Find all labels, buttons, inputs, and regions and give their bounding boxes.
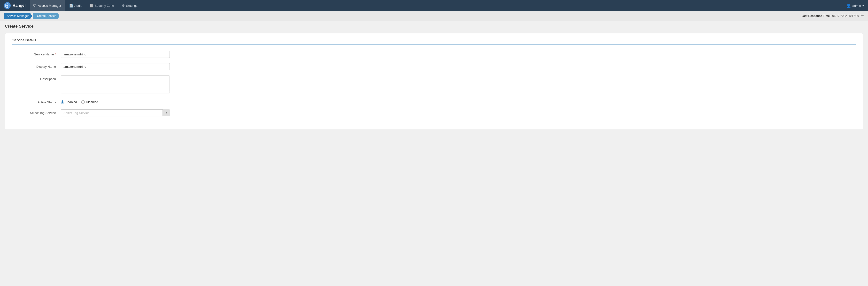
brand-icon: [4, 2, 11, 9]
nav-access-manager-label: Access Manager: [38, 4, 61, 7]
breadcrumb-create-service[interactable]: Create Service: [33, 13, 60, 19]
active-status-row: Active Status Enabled Disabled: [12, 99, 196, 104]
nav-settings[interactable]: ⚙ Settings: [118, 0, 141, 11]
enabled-radio-label[interactable]: Enabled: [61, 100, 77, 104]
nav-audit-label: Audit: [74, 4, 82, 7]
enabled-radio[interactable]: [61, 100, 64, 104]
last-response-label: Last Response Time :: [801, 14, 831, 17]
active-status-label: Active Status: [12, 99, 61, 104]
disabled-label: Disabled: [86, 100, 98, 104]
service-name-label: Service Name *: [12, 51, 61, 56]
service-name-input[interactable]: [61, 51, 170, 58]
nav-audit[interactable]: 📄 Audit: [66, 0, 85, 11]
last-response: Last Response Time : 06/17/2022 05:17:39…: [801, 14, 864, 17]
user-dropdown-icon: ▾: [862, 4, 864, 7]
page-title-bar: Create Service: [0, 21, 868, 31]
breadcrumb: Service Manager Create Service: [4, 13, 60, 19]
select-tag-service-label: Select Tag Service: [12, 109, 61, 115]
last-response-value: 06/17/2022 05:17:39 PM: [832, 14, 864, 17]
page-title: Create Service: [5, 24, 863, 29]
brand-logo[interactable]: Ranger: [4, 2, 26, 9]
service-name-row: Service Name *: [12, 51, 196, 58]
description-input[interactable]: [61, 75, 170, 94]
brand-name: Ranger: [12, 3, 26, 8]
section-heading: Service Details :: [12, 38, 856, 45]
select-tag-service-wrapper: Select Tag Service ▾: [61, 109, 170, 116]
select-tag-service-row: Select Tag Service Select Tag Service ▾: [12, 109, 196, 116]
nav-security-zone-label: Security Zone: [95, 4, 114, 7]
security-zone-icon: 🔲: [89, 4, 93, 7]
shield-icon: 🛡: [33, 4, 37, 7]
description-label: Description: [12, 75, 61, 81]
main-content: Service Details : Service Name * Display…: [0, 31, 868, 134]
user-icon: 👤: [846, 3, 851, 8]
description-row: Description: [12, 75, 196, 94]
nav-settings-label: Settings: [126, 4, 137, 7]
navbar: Ranger 🛡 Access Manager 📄 Audit 🔲 Securi…: [0, 0, 868, 11]
display-name-input[interactable]: [61, 63, 170, 70]
display-name-label: Display Name: [12, 63, 61, 69]
service-card: Service Details : Service Name * Display…: [5, 33, 863, 129]
display-name-row: Display Name: [12, 63, 196, 70]
user-menu[interactable]: 👤 admin ▾: [846, 3, 864, 8]
required-asterisk: *: [55, 52, 56, 56]
audit-icon: 📄: [69, 4, 73, 7]
settings-icon: ⚙: [122, 4, 125, 7]
disabled-radio-label[interactable]: Disabled: [82, 100, 98, 104]
disabled-radio[interactable]: [82, 100, 85, 104]
nav-access-manager[interactable]: 🛡 Access Manager: [30, 0, 65, 11]
select-tag-service-input[interactable]: Select Tag Service: [61, 109, 170, 116]
enabled-label: Enabled: [65, 100, 77, 104]
user-name: admin: [852, 4, 861, 7]
breadcrumb-bar: Service Manager Create Service Last Resp…: [0, 11, 868, 21]
active-status-radio-group: Enabled Disabled: [61, 99, 98, 104]
nav-security-zone[interactable]: 🔲 Security Zone: [86, 0, 118, 11]
breadcrumb-service-manager[interactable]: Service Manager: [4, 13, 32, 19]
